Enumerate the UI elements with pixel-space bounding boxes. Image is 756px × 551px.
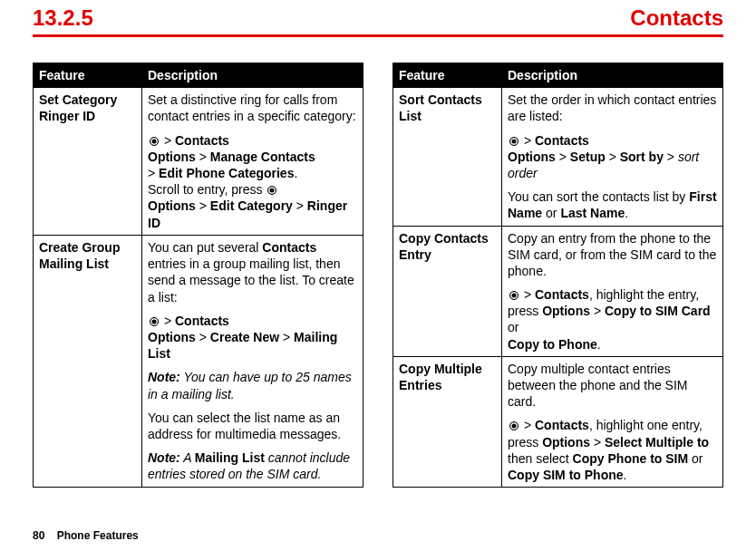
note-text: Note: A Mailing List cannot include entr… <box>148 450 357 482</box>
table-row: Set Category Ringer ID Set a distinctive… <box>34 88 363 236</box>
th-feature: Feature <box>393 63 502 88</box>
table-header-row: Feature Description <box>34 63 363 88</box>
nav-path: > Contacts, highlight the entry, press O… <box>508 286 717 353</box>
center-key-icon <box>509 421 519 430</box>
center-key-icon <box>150 317 159 326</box>
feature-table-right: Feature Description Sort Contacts List S… <box>393 63 723 488</box>
th-description: Description <box>502 63 723 88</box>
header-rule <box>33 34 723 37</box>
nav-path: > Contacts Options > Setup > Sort by > s… <box>508 132 717 182</box>
note-text: Note: You can have up to 25 names in a m… <box>148 369 357 401</box>
footer-label: Phone Features <box>57 529 139 542</box>
center-key-icon <box>509 291 519 300</box>
page-footer: 80 Phone Features <box>33 529 139 542</box>
desc-text: You can select the list name as an addre… <box>148 410 357 442</box>
feature-description: Set a distinctive ring for calls from co… <box>142 88 363 236</box>
center-key-icon <box>150 137 159 146</box>
table-row: Sort Contacts List Set the order in whic… <box>393 88 723 226</box>
feature-label: Set Category Ringer ID <box>34 88 142 236</box>
feature-label: Copy Multiple Entries <box>393 356 502 487</box>
center-key-icon <box>267 186 276 195</box>
feature-description: Copy an entry from the phone to the SIM … <box>502 226 723 356</box>
desc-text: Copy an entry from the phone to the SIM … <box>508 230 717 280</box>
table-row: Copy Contacts Entry Copy an entry from t… <box>393 226 723 356</box>
feature-description: Copy multiple contact entries between th… <box>502 356 723 487</box>
th-feature: Feature <box>34 63 142 88</box>
feature-label: Create Group Mailing List <box>34 236 142 488</box>
nav-path: > Contacts Options > Create New > Mailin… <box>148 313 357 362</box>
feature-description: Set the order in which contact entries a… <box>502 88 723 226</box>
desc-text: You can sort the contacts list by First … <box>508 188 717 221</box>
feature-description: You can put several Contacts entries in … <box>142 236 363 488</box>
columns: Feature Description Set Category Ringer … <box>33 63 723 488</box>
nav-path: > Contacts Options > Manage Contacts > E… <box>148 132 357 231</box>
page-number: 80 <box>33 529 44 542</box>
section-number: 13.2.5 <box>33 5 93 31</box>
table-header-row: Feature Description <box>393 63 723 88</box>
desc-text: Set the order in which contact entries a… <box>508 92 717 124</box>
th-description: Description <box>142 63 363 88</box>
page: 13.2.5 Contacts Feature Description Set … <box>0 0 756 551</box>
nav-path: > Contacts, highlight one entry, press O… <box>508 417 717 483</box>
desc-text: Set a distinctive ring for calls from co… <box>148 92 357 124</box>
page-header: 13.2.5 Contacts <box>33 5 723 34</box>
feature-label: Sort Contacts List <box>393 88 502 226</box>
table-row: Create Group Mailing List You can put se… <box>34 236 363 488</box>
desc-text: You can put several Contacts entries in … <box>148 239 357 305</box>
feature-label: Copy Contacts Entry <box>393 226 502 356</box>
desc-text: Copy multiple contact entries between th… <box>508 361 717 411</box>
center-key-icon <box>509 137 519 146</box>
table-row: Copy Multiple Entries Copy multiple cont… <box>393 356 723 487</box>
section-title: Contacts <box>630 5 723 31</box>
feature-table-left: Feature Description Set Category Ringer … <box>33 63 363 488</box>
